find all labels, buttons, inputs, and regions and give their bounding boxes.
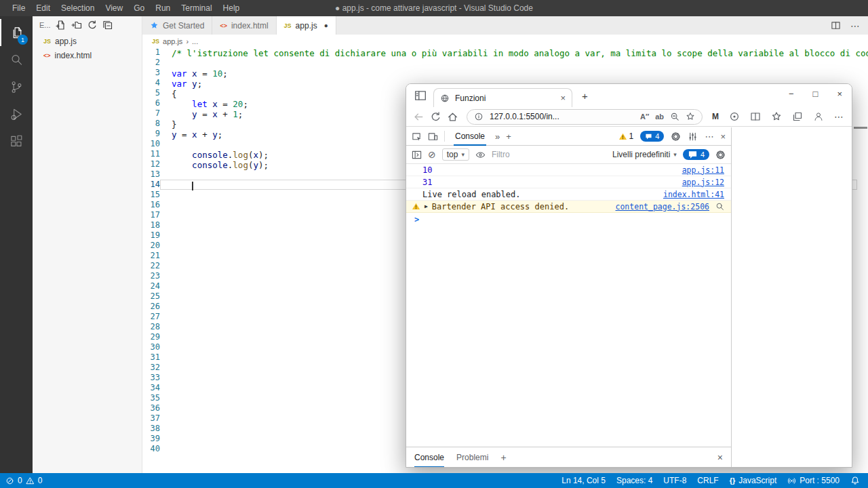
activity-run-debug[interactable] (0, 100, 33, 127)
search-in-source-icon[interactable] (715, 202, 724, 211)
home-icon[interactable] (447, 111, 458, 123)
activity-search[interactable] (0, 46, 33, 73)
live-expression-eye-icon[interactable] (475, 150, 486, 160)
address-bar[interactable]: 127.0.0.1:5500/in... A″ ab (467, 109, 703, 125)
modified-dot-icon[interactable]: ● (324, 22, 328, 29)
menu-go[interactable]: Go (128, 0, 150, 16)
collections-icon[interactable] (792, 111, 803, 122)
minimize-icon[interactable]: − (789, 89, 794, 99)
issues-warning-badge[interactable]: 1 (618, 131, 634, 141)
tabbar-actions: ⋯ (831, 16, 868, 35)
menu-help[interactable]: Help (218, 0, 245, 16)
drawer-tab-problemi[interactable]: Problemi (456, 447, 488, 468)
breadcrumb[interactable]: JS app.js › ... (142, 35, 868, 47)
reload-icon[interactable] (430, 111, 441, 123)
activity-extensions[interactable] (0, 127, 33, 155)
translate-icon[interactable]: ab (655, 113, 664, 121)
new-folder-icon[interactable] (71, 20, 82, 30)
customize-sliders-icon[interactable] (688, 131, 698, 142)
menu-selection[interactable]: Selection (56, 0, 100, 16)
language-mode[interactable]: {} JavaScript (730, 476, 777, 485)
zoom-icon[interactable] (670, 112, 679, 121)
favorites-icon[interactable] (771, 111, 782, 122)
eol-sequence[interactable]: CRLF (697, 476, 718, 485)
extension-icon[interactable] (729, 111, 740, 122)
console-settings-gear-icon[interactable] (715, 150, 726, 160)
console-sidebar-icon[interactable] (412, 150, 422, 160)
activity-source-control[interactable] (0, 73, 33, 100)
split-editor-icon[interactable] (831, 20, 841, 30)
devtools-tab-console[interactable]: Console (451, 127, 489, 146)
settings-more-icon[interactable]: ⋯ (834, 111, 844, 122)
menu-run[interactable]: Run (150, 0, 176, 16)
device-toolbar-icon[interactable] (428, 131, 438, 142)
tab-app-js[interactable]: JS app.js ● (277, 16, 336, 35)
tab-index-html[interactable]: <> index.html (212, 16, 276, 35)
console-prompt[interactable]: > (406, 213, 731, 224)
encoding[interactable]: UTF-8 (663, 476, 686, 485)
inspect-element-icon[interactable] (412, 131, 422, 142)
editor-more-actions-icon[interactable]: ⋯ (850, 20, 860, 31)
add-favorite-star-icon[interactable] (686, 112, 695, 121)
refresh-explorer-icon[interactable] (87, 20, 98, 30)
line-number: 27 (142, 312, 160, 322)
console-message: 31 app.js:12 (406, 176, 731, 188)
line-number: 22 (142, 261, 160, 271)
clear-console-icon[interactable]: ⊘ (428, 150, 436, 159)
new-tab-icon[interactable]: + (582, 91, 588, 101)
console-source-link[interactable]: app.js:12 (682, 178, 724, 187)
tab-get-started[interactable]: Get Started (142, 16, 212, 35)
console-source-link[interactable]: index.html:41 (663, 190, 724, 199)
devtools-drawer: Console Problemi + × (406, 447, 731, 467)
devtools-more-icon[interactable]: ⋯ (705, 131, 713, 142)
code-line[interactable]: 1/* l'istruzione let consente di dichiar… (142, 47, 868, 58)
file-item-indexhtml[interactable]: <> index.html (33, 48, 142, 62)
menu-edit[interactable]: Edit (31, 0, 56, 16)
line-number: 11 (142, 149, 160, 159)
devtools-close-icon[interactable]: × (720, 131, 726, 142)
log-levels-dropdown[interactable]: Livelli predefiniti ▾ (612, 150, 677, 159)
drawer-tab-console[interactable]: Console (414, 447, 444, 468)
code-line[interactable]: 3var x = 10; (142, 68, 868, 78)
explorer-sidebar: E... JS app.js <> index.html (33, 16, 142, 473)
more-tabs-icon[interactable]: » (495, 131, 500, 142)
console-messages-badge[interactable]: 4 (640, 131, 664, 142)
messages-count-badge[interactable]: 4 (683, 149, 709, 160)
console-source-link[interactable]: app.js:11 (682, 165, 724, 175)
notifications-bell-icon[interactable] (850, 476, 860, 485)
m-extension-icon[interactable]: M (712, 112, 719, 121)
tab-actions-icon[interactable] (414, 89, 427, 102)
window-controls: − □ × (789, 89, 842, 99)
maximize-icon[interactable]: □ (813, 89, 818, 99)
read-aloud-icon[interactable]: A″ (640, 113, 649, 121)
cursor-position[interactable]: Ln 14, Col 5 (561, 476, 606, 485)
console-source-link[interactable]: content_page.js:2506 (616, 202, 709, 211)
live-server-port[interactable]: Port : 5500 (787, 476, 840, 485)
add-panel-icon[interactable]: + (506, 131, 511, 142)
drawer-close-icon[interactable]: × (717, 452, 723, 463)
line-number: 23 (142, 271, 160, 281)
menu-terminal[interactable]: Terminal (176, 0, 217, 16)
menu-file[interactable]: File (7, 0, 31, 16)
devtools-settings-gear-icon[interactable] (671, 131, 681, 142)
profile-avatar[interactable] (813, 111, 824, 122)
split-screen-icon[interactable] (750, 111, 761, 122)
back-icon[interactable] (413, 111, 425, 123)
browser-tab-funzioni[interactable]: Funzioni × (433, 88, 572, 107)
tab-close-icon[interactable]: × (560, 93, 566, 103)
problems-indicator[interactable]: 0 0 (5, 476, 42, 485)
collapse-folders-icon[interactable] (102, 20, 113, 30)
menu-view[interactable]: View (100, 0, 128, 16)
indentation[interactable]: Spaces: 4 (616, 476, 652, 485)
code-line[interactable]: 2 (142, 58, 868, 68)
new-file-icon[interactable] (56, 20, 66, 30)
expand-triangle-icon[interactable]: ▶ (425, 203, 428, 209)
close-icon[interactable]: × (837, 89, 842, 99)
activity-explorer[interactable]: 1 (0, 19, 33, 46)
context-selector[interactable]: top ▾ (442, 148, 469, 161)
console-filter-input[interactable] (492, 150, 606, 159)
explorer-section-label: E... (39, 21, 51, 29)
file-item-appjs[interactable]: JS app.js (33, 34, 142, 48)
site-info-icon[interactable] (474, 112, 484, 121)
drawer-add-icon[interactable]: + (500, 452, 506, 463)
